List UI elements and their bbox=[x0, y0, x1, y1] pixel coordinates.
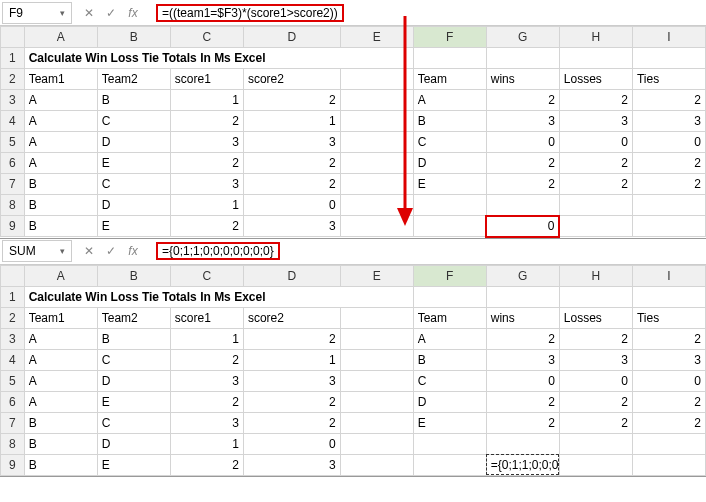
cell[interactable]: 1 bbox=[243, 349, 340, 370]
cell[interactable]: 3 bbox=[243, 216, 340, 237]
row-hdr[interactable]: 5 bbox=[1, 370, 25, 391]
formula-input[interactable]: =((team1=$F3)*(score1>score2)) bbox=[150, 2, 706, 24]
cell[interactable]: E bbox=[97, 153, 170, 174]
dropdown-icon[interactable]: ▾ bbox=[60, 8, 65, 18]
row-hdr[interactable]: 1 bbox=[1, 48, 25, 69]
row-hdr[interactable]: 7 bbox=[1, 412, 25, 433]
row-hdr[interactable]: 2 bbox=[1, 307, 25, 328]
col-hdr[interactable]: G bbox=[486, 265, 559, 286]
enter-icon[interactable]: ✓ bbox=[104, 6, 118, 20]
cell[interactable]: 2 bbox=[486, 90, 559, 111]
cell[interactable]: E bbox=[97, 216, 170, 237]
enter-icon[interactable]: ✓ bbox=[104, 244, 118, 258]
cell[interactable]: A bbox=[24, 111, 97, 132]
cell[interactable] bbox=[340, 454, 413, 475]
sheet-title[interactable]: Calculate Win Loss Tie Totals In Ms Exce… bbox=[24, 286, 413, 307]
row-hdr[interactable]: 3 bbox=[1, 90, 25, 111]
cell[interactable]: 2 bbox=[243, 174, 340, 195]
cell[interactable] bbox=[340, 307, 413, 328]
cell[interactable]: Team bbox=[413, 307, 486, 328]
cell[interactable]: 2 bbox=[486, 153, 559, 174]
col-hdr[interactable]: A bbox=[24, 265, 97, 286]
cell[interactable]: E bbox=[413, 174, 486, 195]
col-hdr[interactable]: D bbox=[243, 27, 340, 48]
cell[interactable]: 2 bbox=[559, 412, 632, 433]
cell[interactable] bbox=[632, 48, 705, 69]
col-hdr[interactable]: A bbox=[24, 27, 97, 48]
cell[interactable] bbox=[559, 433, 632, 454]
cell[interactable] bbox=[413, 286, 486, 307]
sheet-title[interactable]: Calculate Win Loss Tie Totals In Ms Exce… bbox=[24, 48, 413, 69]
row-hdr[interactable]: 6 bbox=[1, 153, 25, 174]
cell[interactable]: ={0;1;1;0;0;0;0;0;0;0} bbox=[486, 454, 559, 475]
cell[interactable]: 0 bbox=[486, 370, 559, 391]
cell[interactable]: B bbox=[97, 328, 170, 349]
cell[interactable]: D bbox=[97, 195, 170, 216]
name-box[interactable]: SUM ▾ bbox=[2, 240, 72, 262]
cell[interactable]: B bbox=[413, 349, 486, 370]
cell[interactable] bbox=[559, 454, 632, 475]
row-hdr[interactable]: 9 bbox=[1, 454, 25, 475]
cell[interactable] bbox=[340, 433, 413, 454]
cell[interactable]: 1 bbox=[170, 195, 243, 216]
cell[interactable]: D bbox=[97, 433, 170, 454]
col-hdr[interactable]: F bbox=[413, 27, 486, 48]
cell[interactable]: 2 bbox=[486, 391, 559, 412]
fx-icon[interactable]: fx bbox=[126, 6, 140, 20]
cell[interactable]: E bbox=[97, 391, 170, 412]
cell[interactable]: 2 bbox=[170, 391, 243, 412]
cell[interactable]: 0 bbox=[632, 132, 705, 153]
row-hdr[interactable]: 6 bbox=[1, 391, 25, 412]
cell[interactable]: 3 bbox=[632, 349, 705, 370]
cell[interactable] bbox=[340, 132, 413, 153]
formula-input[interactable]: ={0;1;1;0;0;0;0;0;0;0} bbox=[150, 240, 706, 262]
spreadsheet-grid[interactable]: A B C D E F G H I 1 Calculate Win Loss T… bbox=[0, 26, 706, 238]
cell[interactable] bbox=[632, 286, 705, 307]
cell[interactable]: 3 bbox=[486, 349, 559, 370]
cell[interactable] bbox=[559, 286, 632, 307]
fx-icon[interactable]: fx bbox=[126, 244, 140, 258]
cell[interactable]: D bbox=[97, 132, 170, 153]
cell[interactable]: C bbox=[97, 174, 170, 195]
cell[interactable]: 2 bbox=[632, 174, 705, 195]
cell[interactable]: A bbox=[24, 391, 97, 412]
cell[interactable]: 0 bbox=[559, 132, 632, 153]
cell[interactable]: E bbox=[413, 412, 486, 433]
cell[interactable]: 2 bbox=[632, 328, 705, 349]
cell[interactable]: Ties bbox=[632, 307, 705, 328]
cell[interactable]: 0 bbox=[559, 370, 632, 391]
cell[interactable]: 3 bbox=[243, 370, 340, 391]
cell[interactable]: 2 bbox=[632, 391, 705, 412]
cell[interactable]: score2 bbox=[243, 69, 340, 90]
select-all[interactable] bbox=[1, 265, 25, 286]
cell[interactable]: 3 bbox=[486, 111, 559, 132]
cell[interactable]: 2 bbox=[170, 153, 243, 174]
cell[interactable] bbox=[340, 111, 413, 132]
row-hdr[interactable]: 4 bbox=[1, 349, 25, 370]
cell[interactable]: Ties bbox=[632, 69, 705, 90]
cell[interactable] bbox=[559, 216, 632, 237]
cell[interactable] bbox=[340, 174, 413, 195]
cell[interactable]: 2 bbox=[243, 328, 340, 349]
cell[interactable]: A bbox=[24, 153, 97, 174]
cell[interactable]: 2 bbox=[486, 174, 559, 195]
col-hdr[interactable]: C bbox=[170, 265, 243, 286]
cell[interactable]: 2 bbox=[170, 454, 243, 475]
cell[interactable]: wins bbox=[486, 307, 559, 328]
cell[interactable] bbox=[413, 48, 486, 69]
cell[interactable] bbox=[340, 153, 413, 174]
cell[interactable]: 2 bbox=[632, 412, 705, 433]
cell[interactable]: 2 bbox=[243, 412, 340, 433]
cell[interactable]: Team bbox=[413, 69, 486, 90]
cell[interactable]: 2 bbox=[559, 153, 632, 174]
row-hdr[interactable]: 9 bbox=[1, 216, 25, 237]
cell[interactable]: score1 bbox=[170, 307, 243, 328]
cell[interactable] bbox=[632, 216, 705, 237]
cell[interactable]: 1 bbox=[170, 90, 243, 111]
cell[interactable] bbox=[559, 195, 632, 216]
cell[interactable]: wins bbox=[486, 69, 559, 90]
cell[interactable] bbox=[486, 48, 559, 69]
cell[interactable]: 3 bbox=[170, 132, 243, 153]
cell[interactable]: 2 bbox=[170, 216, 243, 237]
row-hdr[interactable]: 1 bbox=[1, 286, 25, 307]
